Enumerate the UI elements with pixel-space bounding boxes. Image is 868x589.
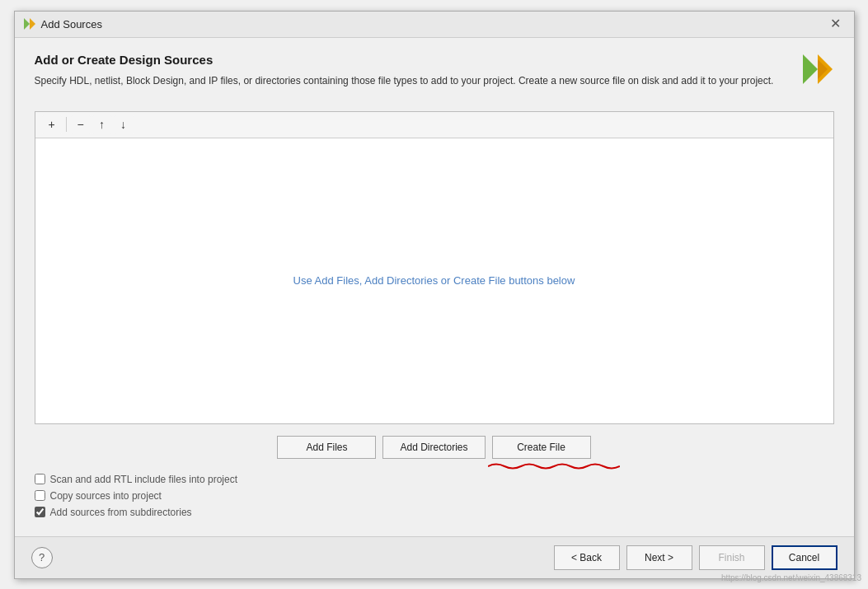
footer-right: < Back Next > Finish Cancel — [554, 545, 838, 570]
add-item-button[interactable]: + — [42, 115, 62, 133]
title-bar-left: Add Sources — [23, 17, 102, 30]
dialog-heading: Add or Create Design Sources — [35, 53, 793, 67]
create-file-button[interactable]: Create File — [492, 436, 591, 459]
dialog-title: Add Sources — [41, 18, 102, 30]
scan-rtl-checkbox-row[interactable]: Scan and add RTL include files into proj… — [35, 474, 834, 485]
toolbar-divider — [66, 117, 67, 132]
svg-marker-0 — [30, 18, 35, 30]
header-text: Add or Create Design Sources Specify HDL… — [35, 53, 793, 100]
add-subdirs-label: Add sources from subdirectories — [50, 507, 192, 518]
finish-button[interactable]: Finish — [699, 545, 765, 570]
dialog-description: Specify HDL, netlist, Block Design, and … — [35, 73, 777, 88]
scan-rtl-checkbox[interactable] — [35, 474, 45, 484]
move-up-button[interactable]: ↑ — [92, 115, 112, 133]
header-area: Add or Create Design Sources Specify HDL… — [35, 53, 834, 100]
close-button[interactable]: ✕ — [825, 16, 846, 32]
svg-marker-3 — [803, 54, 818, 84]
red-squiggle-decoration — [488, 462, 620, 470]
next-button[interactable]: Next > — [626, 545, 692, 570]
hint-text: Use Add Files, Add Directories or Create… — [293, 274, 575, 287]
file-panel: + − ↑ ↓ Use Add Files, Add Directories o… — [35, 111, 834, 424]
checkboxes: Scan and add RTL include files into proj… — [35, 470, 834, 526]
file-panel-toolbar: + − ↑ ↓ — [35, 112, 833, 138]
copy-sources-checkbox-row[interactable]: Copy sources into project — [35, 490, 834, 502]
footer-left: ? — [31, 547, 53, 568]
vivado-icon — [23, 17, 36, 30]
dialog-footer: ? < Back Next > Finish Cancel — [15, 536, 854, 578]
cancel-button[interactable]: Cancel — [772, 545, 838, 570]
add-files-button[interactable]: Add Files — [277, 436, 376, 459]
action-buttons: Add Files Add Directories Create File — [35, 436, 834, 459]
add-sources-dialog: Add Sources ✕ Add or Create Design Sourc… — [14, 11, 855, 579]
add-subdirs-checkbox-row[interactable]: Add sources from subdirectories — [35, 507, 834, 518]
add-directories-button[interactable]: Add Directories — [382, 436, 485, 459]
copy-sources-label: Copy sources into project — [50, 490, 162, 502]
copy-sources-checkbox[interactable] — [35, 490, 45, 501]
scan-rtl-label: Scan and add RTL include files into proj… — [50, 474, 237, 485]
move-down-button[interactable]: ↓ — [114, 115, 134, 133]
dialog-body: Add or Create Design Sources Specify HDL… — [15, 38, 854, 536]
help-button[interactable]: ? — [31, 547, 53, 568]
remove-item-button[interactable]: − — [71, 115, 91, 133]
watermark: https://blog.csdn.net/weixin_43868313 — [721, 573, 861, 582]
title-bar: Add Sources ✕ — [15, 12, 854, 38]
back-button[interactable]: < Back — [554, 545, 620, 570]
add-subdirs-checkbox[interactable] — [35, 507, 45, 517]
file-panel-content: Use Add Files, Add Directories or Create… — [35, 138, 833, 423]
vivado-corner-logo — [801, 53, 834, 89]
create-file-wrapper: Create File — [492, 436, 591, 459]
svg-marker-1 — [24, 18, 30, 30]
